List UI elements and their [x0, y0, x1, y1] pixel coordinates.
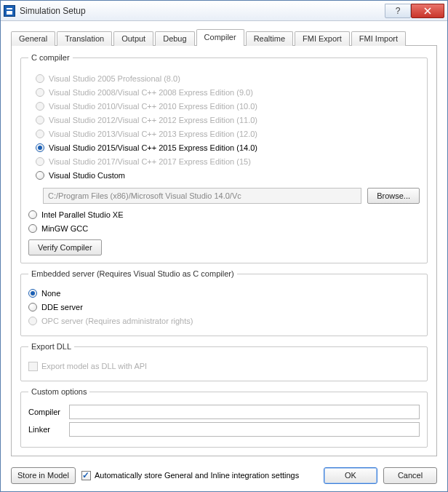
store-in-model-button[interactable]: Store in Model — [11, 467, 76, 484]
linker-label: Linker — [28, 425, 65, 434]
verify-compiler-button[interactable]: Verify Compiler — [28, 239, 102, 255]
radio-icon — [36, 74, 44, 83]
compiler-option-vs2017: Visual Studio 2017/Visual C++ 2017 Expre… — [36, 155, 420, 168]
radio-icon — [36, 102, 44, 111]
radio-icon — [36, 130, 44, 138]
help-button[interactable]: ? — [385, 4, 411, 18]
compiler-label: Compiler — [28, 408, 65, 416]
radio-icon[interactable] — [36, 143, 44, 152]
tab-compiler[interactable]: Compiler — [196, 29, 244, 46]
radio-label: Visual Studio 2008/Visual C++ 2008 Expre… — [49, 88, 253, 97]
radio-label: Visual Studio 2013/Visual C++ 2013 Expre… — [49, 130, 257, 138]
browse-button[interactable]: Browse... — [367, 188, 420, 204]
radio-label: Visual Studio Custom — [49, 171, 125, 180]
radio-icon[interactable] — [36, 171, 44, 180]
embedded-server-legend: Embedded server (Requires Visual Studio … — [28, 269, 237, 278]
radio-label: MinGW GCC — [41, 224, 88, 233]
radio-label: Visual Studio 2005 Professional (8.0) — [49, 74, 180, 83]
tab-output[interactable]: Output — [113, 31, 153, 46]
tab-fmi-export[interactable]: FMI Export — [295, 31, 350, 46]
compiler-path-input — [43, 188, 361, 204]
window-title: Simulation Setup — [20, 6, 385, 16]
export-dll-group: Export DLL Export model as DLL with API — [20, 342, 428, 381]
compiler-option-mingw[interactable]: MinGW GCC — [28, 222, 420, 235]
compiler-option-vs2013: Visual Studio 2013/Visual C++ 2013 Expre… — [36, 127, 420, 140]
radio-label: OPC server (Requires administrator right… — [41, 317, 193, 325]
custom-compiler-input[interactable] — [69, 405, 420, 419]
radio-icon[interactable] — [28, 289, 37, 298]
c-compiler-group: C compiler Visual Studio 2005 Profession… — [20, 53, 428, 263]
close-button[interactable] — [411, 4, 444, 18]
footer: Store in Model Automatically store Gener… — [1, 461, 447, 490]
radio-label: DDE server — [41, 303, 83, 312]
checkbox-label: Export model as DLL with API — [41, 362, 147, 370]
compiler-option-vs-custom[interactable]: Visual Studio Custom — [36, 169, 420, 182]
tab-panel: C compiler Visual Studio 2005 Profession… — [11, 46, 437, 456]
ok-button[interactable]: OK — [324, 467, 377, 484]
compiler-option-vs2015[interactable]: Visual Studio 2015/Visual C++ 2015 Expre… — [36, 141, 420, 154]
radio-label: None — [41, 289, 60, 298]
custom-options-legend: Custom options — [28, 387, 89, 396]
radio-label: Visual Studio 2010/Visual C++ 2010 Expre… — [49, 102, 257, 111]
custom-linker-input[interactable] — [69, 422, 420, 437]
titlebar: Simulation Setup ? — [1, 1, 447, 21]
tab-general[interactable]: General — [11, 31, 55, 46]
tab-debug[interactable]: Debug — [155, 31, 194, 46]
c-compiler-legend: C compiler — [28, 53, 73, 62]
auto-store-label: Automatically store General and Inline i… — [95, 471, 299, 480]
radio-label: Visual Studio 2015/Visual C++ 2015 Expre… — [49, 143, 257, 152]
compiler-option-vs2010: Visual Studio 2010/Visual C++ 2010 Expre… — [36, 100, 420, 113]
auto-store-checkbox[interactable] — [81, 471, 91, 480]
server-option-opc: OPC server (Requires administrator right… — [28, 314, 420, 328]
radio-label: Visual Studio 2012/Visual C++ 2012 Expre… — [49, 116, 257, 124]
radio-icon[interactable] — [28, 303, 37, 312]
app-icon — [4, 5, 15, 17]
export-dll-legend: Export DLL — [28, 342, 74, 351]
tab-realtime[interactable]: Realtime — [246, 31, 293, 46]
radio-icon — [36, 88, 44, 97]
embedded-server-group: Embedded server (Requires Visual Studio … — [20, 269, 428, 336]
tab-fmi-import[interactable]: FMI Import — [351, 31, 406, 46]
radio-icon — [28, 317, 37, 325]
tab-strip: General Translation Output Debug Compile… — [11, 30, 437, 46]
radio-icon[interactable] — [28, 210, 37, 219]
server-option-none[interactable]: None — [28, 287, 420, 300]
compiler-option-vs2008: Visual Studio 2008/Visual C++ 2008 Expre… — [36, 86, 420, 99]
compiler-option-intel[interactable]: Intel Parallel Studio XE — [28, 208, 420, 221]
radio-icon — [36, 116, 44, 124]
compiler-option-vs2005: Visual Studio 2005 Professional (8.0) — [36, 72, 420, 85]
checkbox-icon — [28, 362, 38, 371]
radio-icon[interactable] — [28, 224, 37, 233]
server-option-dde[interactable]: DDE server — [28, 301, 420, 314]
export-dll-checkbox-row: Export model as DLL with API — [28, 360, 420, 373]
compiler-option-vs2012: Visual Studio 2012/Visual C++ 2012 Expre… — [36, 114, 420, 127]
content-area: General Translation Output Debug Compile… — [1, 21, 447, 461]
radio-label: Intel Parallel Studio XE — [41, 210, 124, 219]
cancel-button[interactable]: Cancel — [383, 467, 437, 484]
tab-translation[interactable]: Translation — [57, 31, 112, 46]
radio-label: Visual Studio 2017/Visual C++ 2017 Expre… — [49, 157, 251, 166]
radio-icon — [36, 157, 44, 166]
custom-options-group: Custom options Compiler Linker — [20, 387, 428, 448]
